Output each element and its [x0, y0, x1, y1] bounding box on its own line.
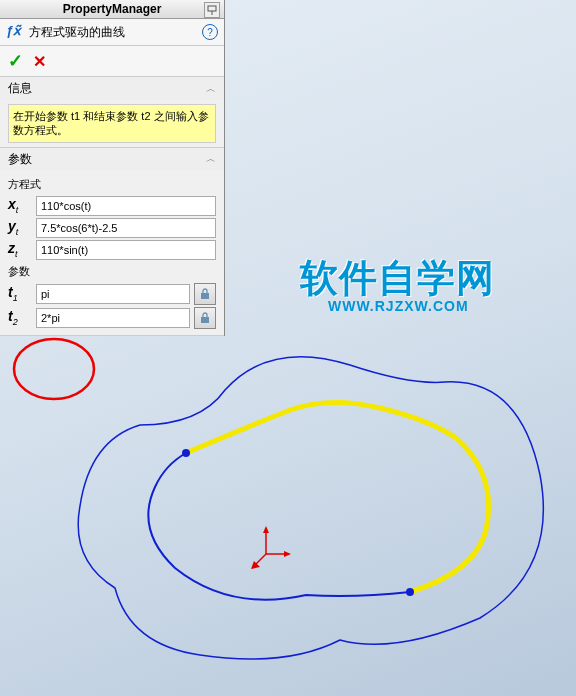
info-section-title: 信息 [8, 80, 32, 97]
curve-endpoint-2 [406, 588, 414, 596]
inner-blue-curve [148, 402, 488, 599]
params-section-title: 参数 [8, 151, 32, 168]
y-equation-input[interactable] [36, 218, 216, 238]
y-equation-row: yt [8, 218, 216, 238]
t1-var-label: t1 [8, 284, 32, 303]
curve-endpoint-1 [182, 449, 190, 457]
cancel-button[interactable]: ✕ [33, 52, 46, 71]
collapse-icon[interactable]: ︿ [206, 152, 216, 166]
param-sublabel: 参数 [8, 262, 216, 281]
params-section-head[interactable]: 参数 ︿ [0, 148, 224, 171]
property-manager-panel: PropertyManager ƒx̃ 方程式驱动的曲线 ? ✓ ✕ 信息 ︿ … [0, 0, 225, 336]
equation-label: 方程式 [8, 175, 216, 194]
t2-input[interactable] [36, 308, 190, 328]
equation-curve-icon: ƒx̃ [6, 23, 24, 41]
svg-rect-9 [201, 317, 209, 323]
pin-button[interactable] [204, 2, 220, 18]
x-equation-row: xt [8, 196, 216, 216]
info-text: 在开始参数 t1 和结束参数 t2 之间输入参数方程式。 [8, 104, 216, 143]
z-var-label: zt [8, 240, 32, 259]
t2-var-label: t2 [8, 308, 32, 327]
t1-input[interactable] [36, 284, 190, 304]
svg-rect-8 [201, 293, 209, 299]
t2-row: t2 [8, 307, 216, 329]
ok-button[interactable]: ✓ [8, 50, 23, 72]
feature-title-row: ƒx̃ 方程式驱动的曲线 ? [0, 19, 224, 46]
help-button[interactable]: ? [202, 24, 218, 40]
z-equation-row: zt [8, 240, 216, 260]
z-equation-input[interactable] [36, 240, 216, 260]
panel-title: PropertyManager [63, 2, 162, 16]
t1-row: t1 [8, 283, 216, 305]
t1-lock-button[interactable] [194, 283, 216, 305]
info-section: 信息 ︿ 在开始参数 t1 和结束参数 t2 之间输入参数方程式。 [0, 77, 224, 148]
yellow-curve [186, 402, 489, 592]
info-section-head[interactable]: 信息 ︿ [0, 77, 224, 100]
x-var-label: xt [8, 196, 32, 215]
svg-rect-6 [208, 6, 216, 11]
params-section: 参数 ︿ 方程式 xt yt zt 参数 t1 [0, 148, 224, 336]
panel-header: PropertyManager [0, 0, 224, 19]
feature-name: 方程式驱动的曲线 [29, 24, 125, 41]
y-var-label: yt [8, 218, 32, 237]
collapse-icon[interactable]: ︿ [206, 82, 216, 96]
x-equation-input[interactable] [36, 196, 216, 216]
action-row: ✓ ✕ [0, 46, 224, 77]
t2-lock-button[interactable] [194, 307, 216, 329]
